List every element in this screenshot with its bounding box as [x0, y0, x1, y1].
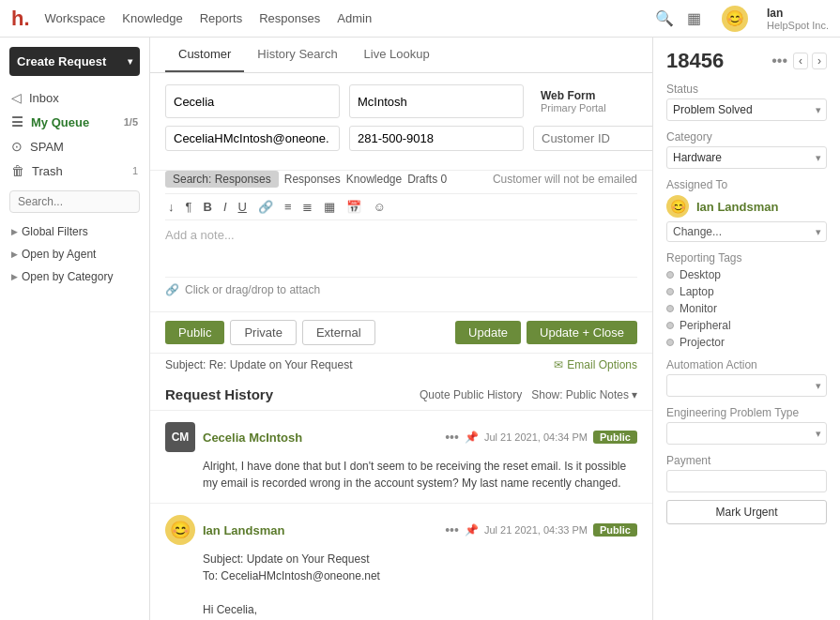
update-button[interactable]: Update	[455, 321, 521, 344]
avatar[interactable]: 😊	[722, 6, 748, 32]
toolbar-paragraph-btn[interactable]: ¶	[183, 199, 195, 215]
private-button[interactable]: Private	[230, 320, 296, 345]
history-body: Alright, I have done that but I don't se…	[203, 458, 637, 491]
create-request-button[interactable]: Create Request ▾	[9, 47, 140, 76]
trash-badge: 1	[132, 165, 138, 176]
editor-body[interactable]: Add a note...	[165, 220, 637, 277]
sidebar-search[interactable]	[9, 190, 140, 213]
category-select[interactable]: Hardware Software Network	[666, 146, 827, 169]
sidebar-nav: ◁ Inbox ☰ My Queue 1/5 ⊙ SPAM 🗑 Trash 1	[0, 85, 149, 183]
ticket-header-row: 18456 ••• ‹ ›	[666, 49, 827, 73]
toolbar-link-btn[interactable]: 🔗	[255, 199, 276, 215]
sidebar-item-open-by-category[interactable]: ▶ Open by Category	[0, 265, 149, 288]
triangle-icon: ▶	[11, 272, 18, 281]
sidebar-item-inbox[interactable]: ◁ Inbox	[0, 85, 149, 110]
update-close-button[interactable]: Update + Close	[527, 321, 637, 344]
sidebar-item-my-queue[interactable]: ☰ My Queue 1/5	[0, 110, 149, 134]
editor-tab-drafts[interactable]: Drafts 0	[407, 173, 447, 186]
history-item-header: CM Cecelia McIntosh ••• 📌 Jul 21 2021, 0…	[165, 422, 637, 452]
prev-ticket-button[interactable]: ‹	[793, 53, 808, 69]
show-dropdown[interactable]: Show: Public Notes ▾	[531, 388, 637, 401]
change-select[interactable]: Change...	[666, 221, 827, 242]
next-ticket-button[interactable]: ›	[812, 53, 827, 69]
sidebar-item-spam[interactable]: ⊙ SPAM	[0, 134, 149, 159]
nav-knowledge[interactable]: Knowledge	[122, 11, 182, 25]
sidebar-item-global-filters[interactable]: ▶ Global Filters	[0, 220, 149, 243]
last-name-field[interactable]	[349, 84, 524, 118]
mark-urgent-button[interactable]: Mark Urgent	[666, 500, 827, 524]
history-item-header: 😊 Ian Landsman ••• 📌 Jul 21 2021, 04:33 …	[165, 515, 637, 545]
history-meta: ••• 📌 Jul 21 2021, 04:34 PM Public	[445, 430, 637, 445]
nav-workspace[interactable]: Workspace	[45, 11, 106, 25]
table-row: CM Cecelia McIntosh ••• 📌 Jul 21 2021, 0…	[150, 411, 652, 504]
editor-tab-responses[interactable]: Responses	[284, 173, 341, 186]
search-icon[interactable]: 🔍	[655, 9, 674, 27]
toolbar-table-btn[interactable]: ▦	[321, 199, 338, 215]
sidebar-item-trash[interactable]: 🗑 Trash 1	[0, 159, 149, 183]
nav-icons: 🔍 ▦ 😊 Ian HelpSpot Inc.	[655, 6, 829, 32]
history-meta: ••• 📌 Jul 21 2021, 04:33 PM Public	[445, 522, 637, 537]
tab-bar: Customer History Search Live Lookup	[150, 38, 652, 73]
toolbar-calendar-btn[interactable]: 📅	[344, 199, 364, 215]
email-options[interactable]: ✉ Email Options	[554, 358, 637, 371]
toolbar-underline-btn[interactable]: U	[236, 199, 250, 215]
customer-note: Customer will not be emailed	[493, 173, 637, 186]
list-item: Monitor	[666, 302, 827, 315]
search-input[interactable]	[9, 190, 140, 213]
engineering-select[interactable]	[666, 422, 827, 445]
public-button[interactable]: Public	[165, 321, 224, 344]
editor-area: Search: Responses Responses Knowledge Dr…	[150, 171, 652, 312]
subject-text: Subject: Re: Update on Your Request	[165, 358, 548, 371]
badge-public: Public	[593, 431, 637, 444]
editor-tabs: Search: Responses Responses Knowledge Dr…	[165, 171, 637, 188]
right-panel: 18456 ••• ‹ › Status Problem Solved Open…	[652, 38, 840, 620]
status-select[interactable]: Problem Solved Open Closed	[666, 98, 827, 121]
toolbar-bold-btn[interactable]: B	[200, 199, 214, 215]
user-company: HelpSpot Inc.	[767, 20, 829, 31]
sidebar: Create Request ▾ ◁ Inbox ☰ My Queue 1/5 …	[0, 38, 150, 620]
email-field[interactable]	[165, 126, 340, 151]
pin-icon[interactable]: 📌	[465, 431, 479, 444]
list-item: Projector	[666, 336, 827, 349]
toolbar-italic-btn[interactable]: I	[221, 199, 230, 215]
history-author: Ian Landsman	[203, 523, 284, 537]
customer-id-field[interactable]	[533, 126, 652, 151]
attach-zone[interactable]: 🔗 Click or drag/drop to attach	[165, 277, 637, 302]
tab-customer[interactable]: Customer	[165, 38, 244, 72]
attach-icon: 🔗	[165, 283, 179, 296]
tag-dot-icon	[666, 339, 674, 346]
sidebar-item-open-by-agent[interactable]: ▶ Open by Agent	[0, 243, 149, 265]
toolbar-emoji-btn[interactable]: ☺	[370, 199, 388, 215]
name-row: Web Form Primary Portal	[165, 84, 637, 118]
ticket-id: 18456	[666, 49, 724, 73]
nav-responses[interactable]: Responses	[259, 11, 320, 25]
toolbar-ul-btn[interactable]: ≡	[282, 199, 295, 215]
grid-icon[interactable]: ▦	[687, 9, 701, 27]
editor-tab-search-responses[interactable]: Search: Responses	[165, 171, 279, 188]
external-button[interactable]: External	[302, 320, 375, 345]
status-select-wrapper: Problem Solved Open Closed	[666, 98, 827, 121]
editor-toolbar: ↓ ¶ B I U 🔗 ≡ ≣ ▦ 📅 ☺	[165, 193, 637, 220]
history-dots[interactable]: •••	[445, 430, 459, 445]
quote-public-btn[interactable]: Quote Public History	[420, 388, 522, 401]
nav-reports[interactable]: Reports	[200, 11, 243, 25]
nav-admin[interactable]: Admin	[337, 11, 372, 25]
tab-live-lookup[interactable]: Live Lookup	[351, 38, 443, 72]
automation-select[interactable]	[666, 374, 827, 397]
toolbar-ol-btn[interactable]: ≣	[299, 199, 315, 215]
editor-tab-knowledge[interactable]: Knowledge	[346, 173, 402, 186]
table-row: 😊 Ian Landsman ••• 📌 Jul 21 2021, 04:33 …	[150, 504, 652, 620]
first-name-field[interactable]	[165, 84, 340, 118]
tag-dot-icon	[666, 271, 674, 279]
payment-input[interactable]	[666, 470, 827, 492]
toolbar-download-btn[interactable]: ↓	[165, 199, 177, 215]
pin-icon[interactable]: 📌	[465, 523, 479, 537]
phone-field[interactable]	[349, 126, 524, 151]
ticket-more-options[interactable]: •••	[771, 53, 787, 69]
tab-history-search[interactable]: History Search	[244, 38, 350, 72]
history-dots[interactable]: •••	[445, 522, 459, 537]
tag-dot-icon	[666, 305, 674, 312]
history-date: Jul 21 2021, 04:34 PM	[484, 431, 588, 443]
history-body: Subject: Update on Your Request To: Cece…	[203, 551, 637, 618]
assigned-box: 😊 Ian Landsman	[666, 195, 827, 218]
